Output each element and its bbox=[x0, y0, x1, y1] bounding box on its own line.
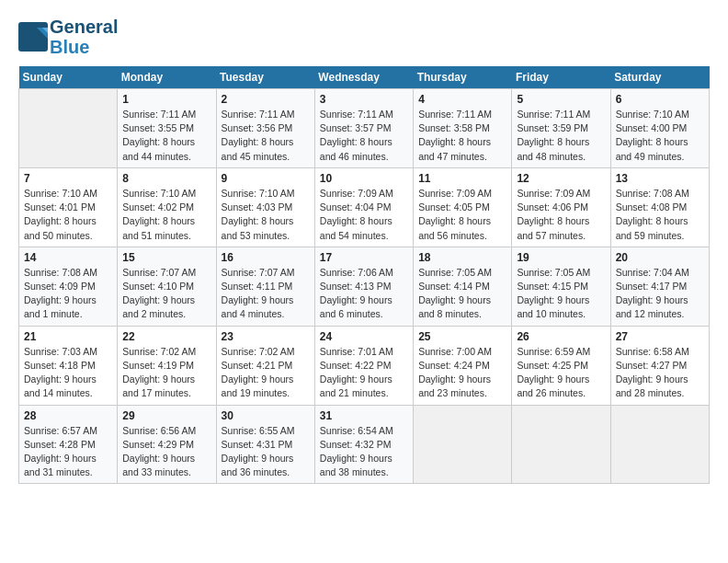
day-info: Sunrise: 7:11 AMSunset: 3:57 PMDaylight:… bbox=[320, 108, 408, 164]
day-info: Sunrise: 7:09 AMSunset: 4:04 PMDaylight:… bbox=[320, 187, 408, 243]
calendar-cell: 5Sunrise: 7:11 AMSunset: 3:59 PMDaylight… bbox=[512, 89, 610, 168]
calendar-cell: 31Sunrise: 6:54 AMSunset: 4:32 PMDayligh… bbox=[314, 405, 413, 484]
day-number: 2 bbox=[222, 93, 310, 106]
calendar-cell: 29Sunrise: 6:56 AMSunset: 4:29 PMDayligh… bbox=[118, 405, 216, 484]
weekday-header-sunday: Sunday bbox=[19, 66, 118, 89]
day-number: 4 bbox=[418, 93, 506, 106]
day-number: 5 bbox=[517, 93, 605, 106]
calendar-week-1: 1Sunrise: 7:11 AMSunset: 3:55 PMDaylight… bbox=[19, 89, 710, 168]
calendar-cell: 6Sunrise: 7:10 AMSunset: 4:00 PMDaylight… bbox=[610, 89, 709, 168]
day-info: Sunrise: 7:04 AMSunset: 4:17 PMDaylight:… bbox=[616, 266, 704, 322]
calendar-cell: 18Sunrise: 7:05 AMSunset: 4:14 PMDayligh… bbox=[414, 247, 512, 326]
calendar-cell: 23Sunrise: 7:02 AMSunset: 4:21 PMDayligh… bbox=[216, 326, 314, 405]
day-info: Sunrise: 7:05 AMSunset: 4:15 PMDaylight:… bbox=[517, 266, 605, 322]
day-number: 22 bbox=[122, 330, 210, 343]
day-info: Sunrise: 7:07 AMSunset: 4:10 PMDaylight:… bbox=[122, 266, 210, 322]
header: General Blue bbox=[18, 17, 710, 57]
day-number: 3 bbox=[320, 93, 408, 106]
day-number: 11 bbox=[418, 172, 506, 185]
day-info: Sunrise: 7:01 AMSunset: 4:22 PMDaylight:… bbox=[320, 345, 408, 401]
day-number: 20 bbox=[616, 251, 704, 264]
calendar-week-2: 7Sunrise: 7:10 AMSunset: 4:01 PMDaylight… bbox=[19, 167, 710, 247]
calendar-week-5: 28Sunrise: 6:57 AMSunset: 4:28 PMDayligh… bbox=[19, 405, 710, 484]
day-info: Sunrise: 7:02 AMSunset: 4:19 PMDaylight:… bbox=[122, 345, 210, 401]
calendar-cell: 16Sunrise: 7:07 AMSunset: 4:11 PMDayligh… bbox=[216, 247, 314, 326]
day-info: Sunrise: 7:10 AMSunset: 4:02 PMDaylight:… bbox=[122, 187, 210, 243]
logo-general: General bbox=[50, 17, 118, 37]
day-info: Sunrise: 6:59 AMSunset: 4:25 PMDaylight:… bbox=[517, 345, 605, 401]
day-number: 16 bbox=[222, 251, 310, 264]
day-info: Sunrise: 7:06 AMSunset: 4:13 PMDaylight:… bbox=[320, 266, 408, 322]
calendar-cell: 17Sunrise: 7:06 AMSunset: 4:13 PMDayligh… bbox=[314, 247, 413, 326]
logo: General Blue bbox=[18, 17, 118, 57]
calendar-cell: 10Sunrise: 7:09 AMSunset: 4:04 PMDayligh… bbox=[314, 167, 413, 247]
day-info: Sunrise: 7:08 AMSunset: 4:08 PMDaylight:… bbox=[616, 187, 704, 243]
day-info: Sunrise: 6:56 AMSunset: 4:29 PMDaylight:… bbox=[122, 424, 210, 480]
calendar-cell: 15Sunrise: 7:07 AMSunset: 4:10 PMDayligh… bbox=[118, 247, 216, 326]
calendar-cell: 28Sunrise: 6:57 AMSunset: 4:28 PMDayligh… bbox=[19, 405, 118, 484]
day-info: Sunrise: 6:55 AMSunset: 4:31 PMDaylight:… bbox=[222, 424, 310, 480]
day-info: Sunrise: 6:54 AMSunset: 4:32 PMDaylight:… bbox=[320, 424, 408, 480]
day-info: Sunrise: 7:10 AMSunset: 4:00 PMDaylight:… bbox=[616, 108, 704, 164]
calendar-cell: 21Sunrise: 7:03 AMSunset: 4:18 PMDayligh… bbox=[19, 326, 118, 405]
day-number: 1 bbox=[122, 93, 210, 106]
calendar-header-row: SundayMondayTuesdayWednesdayThursdayFrid… bbox=[19, 66, 710, 89]
calendar-cell: 7Sunrise: 7:10 AMSunset: 4:01 PMDaylight… bbox=[19, 167, 118, 247]
day-info: Sunrise: 7:09 AMSunset: 4:05 PMDaylight:… bbox=[418, 187, 506, 243]
day-info: Sunrise: 7:11 AMSunset: 3:59 PMDaylight:… bbox=[517, 108, 605, 164]
day-number: 24 bbox=[320, 330, 408, 343]
day-number: 8 bbox=[122, 172, 210, 185]
logo-blue: Blue bbox=[50, 37, 118, 57]
day-number: 7 bbox=[24, 172, 112, 185]
calendar-cell: 13Sunrise: 7:08 AMSunset: 4:08 PMDayligh… bbox=[610, 167, 709, 247]
day-number: 31 bbox=[320, 409, 408, 422]
day-info: Sunrise: 7:10 AMSunset: 4:01 PMDaylight:… bbox=[24, 187, 112, 243]
calendar-cell: 11Sunrise: 7:09 AMSunset: 4:05 PMDayligh… bbox=[414, 167, 512, 247]
weekday-header-tuesday: Tuesday bbox=[216, 66, 314, 89]
logo-icon bbox=[18, 22, 48, 52]
calendar-cell: 2Sunrise: 7:11 AMSunset: 3:56 PMDaylight… bbox=[216, 89, 314, 168]
calendar-cell bbox=[610, 405, 709, 484]
svg-rect-0 bbox=[18, 22, 48, 52]
day-number: 30 bbox=[222, 409, 310, 422]
day-number: 27 bbox=[616, 330, 704, 343]
day-number: 26 bbox=[517, 330, 605, 343]
weekday-header-thursday: Thursday bbox=[414, 66, 512, 89]
day-info: Sunrise: 7:11 AMSunset: 3:58 PMDaylight:… bbox=[418, 108, 506, 164]
weekday-header-wednesday: Wednesday bbox=[314, 66, 413, 89]
calendar-body: 1Sunrise: 7:11 AMSunset: 3:55 PMDaylight… bbox=[19, 89, 710, 484]
calendar-cell: 20Sunrise: 7:04 AMSunset: 4:17 PMDayligh… bbox=[610, 247, 709, 326]
calendar-cell: 4Sunrise: 7:11 AMSunset: 3:58 PMDaylight… bbox=[414, 89, 512, 168]
day-number: 17 bbox=[320, 251, 408, 264]
calendar-cell: 26Sunrise: 6:59 AMSunset: 4:25 PMDayligh… bbox=[512, 326, 610, 405]
day-number: 23 bbox=[222, 330, 310, 343]
calendar-cell bbox=[19, 89, 118, 168]
day-info: Sunrise: 6:58 AMSunset: 4:27 PMDaylight:… bbox=[616, 345, 704, 401]
day-info: Sunrise: 6:57 AMSunset: 4:28 PMDaylight:… bbox=[24, 424, 112, 480]
day-number: 28 bbox=[24, 409, 112, 422]
calendar-cell: 8Sunrise: 7:10 AMSunset: 4:02 PMDaylight… bbox=[118, 167, 216, 247]
calendar-cell: 3Sunrise: 7:11 AMSunset: 3:57 PMDaylight… bbox=[314, 89, 413, 168]
day-number: 6 bbox=[616, 93, 704, 106]
day-number: 21 bbox=[24, 330, 112, 343]
calendar-cell: 22Sunrise: 7:02 AMSunset: 4:19 PMDayligh… bbox=[118, 326, 216, 405]
day-number: 25 bbox=[418, 330, 506, 343]
day-info: Sunrise: 7:00 AMSunset: 4:24 PMDaylight:… bbox=[418, 345, 506, 401]
calendar-cell bbox=[414, 405, 512, 484]
calendar-table: SundayMondayTuesdayWednesdayThursdayFrid… bbox=[18, 66, 710, 484]
day-number: 15 bbox=[122, 251, 210, 264]
calendar-cell: 24Sunrise: 7:01 AMSunset: 4:22 PMDayligh… bbox=[314, 326, 413, 405]
calendar-cell: 9Sunrise: 7:10 AMSunset: 4:03 PMDaylight… bbox=[216, 167, 314, 247]
day-number: 19 bbox=[517, 251, 605, 264]
day-info: Sunrise: 7:05 AMSunset: 4:14 PMDaylight:… bbox=[418, 266, 506, 322]
calendar-cell: 19Sunrise: 7:05 AMSunset: 4:15 PMDayligh… bbox=[512, 247, 610, 326]
calendar-cell bbox=[512, 405, 610, 484]
weekday-header-monday: Monday bbox=[118, 66, 216, 89]
day-number: 14 bbox=[24, 251, 112, 264]
calendar-cell: 30Sunrise: 6:55 AMSunset: 4:31 PMDayligh… bbox=[216, 405, 314, 484]
calendar-week-3: 14Sunrise: 7:08 AMSunset: 4:09 PMDayligh… bbox=[19, 247, 710, 326]
weekday-header-saturday: Saturday bbox=[610, 66, 709, 89]
calendar-cell: 12Sunrise: 7:09 AMSunset: 4:06 PMDayligh… bbox=[512, 167, 610, 247]
weekday-header-friday: Friday bbox=[512, 66, 610, 89]
calendar-cell: 14Sunrise: 7:08 AMSunset: 4:09 PMDayligh… bbox=[19, 247, 118, 326]
